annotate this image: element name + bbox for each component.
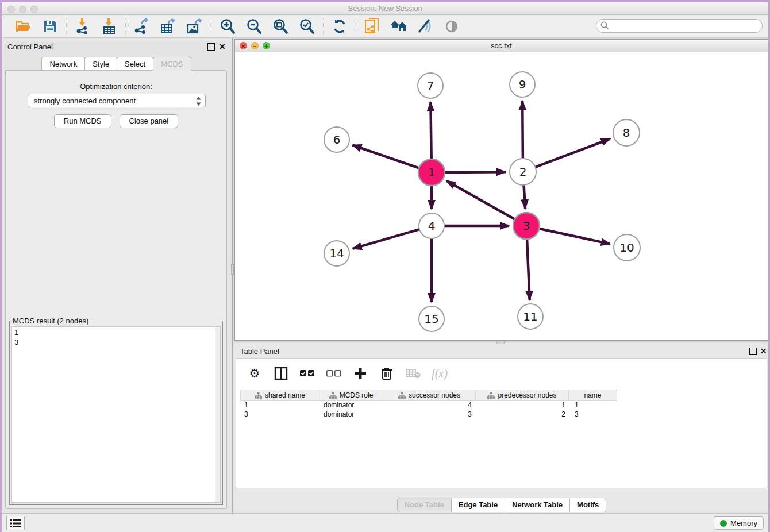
graph-node-3[interactable]: 3 — [513, 213, 540, 239]
control-panel: Control Panel ✕ Network Style Select MCD… — [2, 38, 230, 513]
graph-edge-1-7[interactable] — [430, 102, 431, 160]
home-icon[interactable] — [390, 18, 408, 35]
export-table-icon[interactable] — [159, 18, 178, 35]
graph-node-9[interactable]: 9 — [510, 72, 535, 97]
zoom-out-icon[interactable] — [245, 18, 263, 35]
table-cell[interactable]: 3 — [571, 410, 620, 419]
mcds-result-scrollbar[interactable] — [215, 327, 220, 502]
graph-node-8[interactable]: 8 — [613, 119, 640, 146]
zoom-fit-icon[interactable] — [271, 18, 290, 35]
control-panel-close-icon[interactable]: ✕ — [218, 43, 226, 51]
graph-edge-1-2[interactable] — [444, 172, 506, 172]
table-settings-gear-icon[interactable]: ⚙ — [247, 365, 263, 381]
table-panel-float-button[interactable] — [749, 348, 757, 355]
graph-edge-2-9[interactable] — [522, 101, 523, 159]
graph-node-2[interactable]: 2 — [510, 159, 536, 185]
splitter-grip[interactable] — [231, 264, 234, 275]
export-network-icon[interactable] — [133, 18, 151, 35]
zoom-in-icon[interactable] — [218, 18, 237, 35]
run-mcds-button[interactable]: Run MCDS — [54, 114, 111, 128]
column-header-name[interactable]: name — [568, 390, 617, 401]
tab-node-table[interactable]: Node Table — [397, 498, 452, 512]
table-cell[interactable]: dominator — [320, 401, 384, 410]
control-panel-tabs: Network Style Select MCDS — [2, 57, 230, 71]
graph-node-6[interactable]: 6 — [324, 127, 349, 152]
svg-text:14: 14 — [329, 246, 344, 260]
delete-column-icon[interactable] — [405, 365, 421, 381]
column-header-MCDS-role[interactable]: MCDS role — [319, 390, 383, 401]
graph-node-15[interactable]: 15 — [419, 306, 444, 331]
tab-network-table[interactable]: Network Table — [505, 498, 570, 512]
table-panel-close-icon[interactable]: ✕ — [760, 348, 767, 355]
table-row[interactable]: 1dominator411 — [241, 401, 620, 410]
deselect-all-icon[interactable] — [326, 365, 342, 381]
hide-selected-icon[interactable] — [416, 18, 434, 35]
graph-edge-3-11[interactable] — [527, 238, 530, 300]
table-cell[interactable]: 3 — [241, 410, 320, 419]
network-resize-grip[interactable] — [496, 341, 505, 344]
table-cell[interactable]: 3 — [384, 410, 478, 419]
table-cell[interactable]: dominator — [320, 410, 384, 419]
refresh-icon[interactable] — [330, 18, 349, 35]
table-row[interactable]: 3dominator323 — [241, 410, 620, 419]
show-hidden-icon[interactable] — [442, 18, 461, 35]
table-cell[interactable]: 1 — [241, 401, 320, 410]
table-panel: Table Panel ✕ ⚙ — [234, 343, 768, 513]
graph-node-11[interactable]: 11 — [518, 304, 543, 329]
open-session-icon[interactable] — [14, 18, 33, 35]
import-table-icon[interactable] — [100, 18, 118, 35]
add-column-icon[interactable] — [352, 365, 368, 381]
graph-node-7[interactable]: 7 — [418, 73, 443, 98]
tab-select[interactable]: Select — [117, 57, 153, 71]
search-field-wrap — [596, 19, 763, 33]
mcds-panel: Optimization criterion: strongly connect… — [5, 70, 227, 509]
desktop: Session: New Session — [0, 0, 770, 532]
svg-text:11: 11 — [523, 310, 537, 323]
network-window-title: scc.txt — [235, 41, 768, 50]
tab-network[interactable]: Network — [41, 57, 85, 71]
tab-edge-table[interactable]: Edge Table — [451, 498, 505, 512]
tab-motifs[interactable]: Motifs — [569, 498, 606, 512]
select-all-icon[interactable] — [299, 365, 315, 381]
graph-edge-2-8[interactable] — [535, 139, 610, 168]
network-from-selection-icon[interactable] — [363, 18, 382, 35]
search-input[interactable] — [596, 19, 763, 33]
table-rows: 1dominator4113dominator323 — [241, 401, 620, 419]
control-panel-float-button[interactable] — [207, 43, 215, 51]
graph-edge-4-14[interactable] — [353, 229, 420, 249]
column-header-successor-nodes[interactable]: successor nodes — [383, 390, 476, 401]
close-panel-button[interactable]: Close panel — [120, 114, 179, 128]
task-history-button[interactable] — [6, 516, 25, 530]
graph-edge-3-10[interactable] — [539, 229, 610, 244]
graph-node-14[interactable]: 14 — [324, 241, 349, 266]
zoom-selected-icon[interactable] — [298, 18, 316, 35]
import-network-icon[interactable] — [74, 18, 92, 35]
show-columns-icon[interactable] — [273, 365, 289, 381]
graph-edge-3-1[interactable] — [446, 181, 515, 220]
tab-mcds[interactable]: MCDS — [153, 57, 191, 71]
mcds-result-title: MCDS result (2 nodes) — [11, 317, 90, 325]
table-cell[interactable]: 1 — [571, 401, 620, 410]
graph-node-10[interactable]: 10 — [614, 234, 640, 261]
export-image-icon[interactable] — [186, 18, 204, 35]
delete-row-trash-icon[interactable] — [379, 365, 395, 381]
graph-edge-1-6[interactable] — [352, 145, 419, 168]
network-canvas[interactable]: 7968124314101511 — [235, 52, 768, 340]
table-cell[interactable]: 4 — [384, 401, 478, 410]
tab-style[interactable]: Style — [84, 57, 117, 71]
table-cell[interactable]: 2 — [478, 410, 571, 419]
memory-button[interactable]: Memory — [714, 516, 764, 530]
column-header-predecessor-nodes[interactable]: predecessor nodes — [475, 390, 569, 401]
table-header-row: shared nameMCDS rolesuccessor nodesprede… — [241, 390, 617, 401]
criterion-select[interactable]: strongly connected component — [28, 94, 206, 107]
graph-edge-2-3[interactable] — [523, 184, 525, 209]
save-session-icon[interactable] — [41, 18, 59, 35]
column-header-shared-name[interactable]: shared name — [240, 390, 319, 401]
mcds-result-area[interactable]: 1 3 — [11, 326, 221, 503]
network-window-titlebar[interactable]: ✕ − + scc.txt — [235, 40, 768, 52]
graph-node-1[interactable]: 1 — [418, 159, 445, 186]
panel-splitter[interactable] — [230, 38, 234, 513]
table-cell[interactable]: 1 — [478, 401, 571, 410]
svg-text:7: 7 — [427, 79, 434, 92]
graph-node-4[interactable]: 4 — [419, 213, 444, 238]
